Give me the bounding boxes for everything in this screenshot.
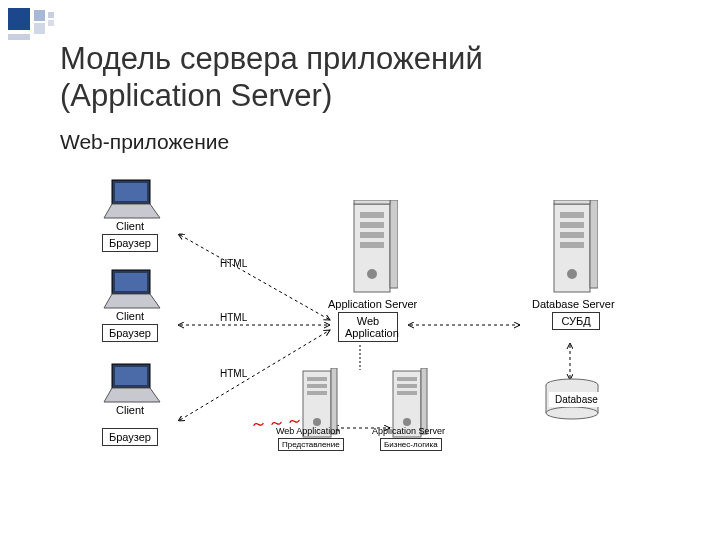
svg-rect-40: [307, 384, 327, 388]
svg-rect-41: [307, 391, 327, 395]
svg-point-36: [546, 407, 598, 419]
arrow-label-html: HTML: [220, 312, 247, 323]
svg-rect-20: [360, 222, 384, 228]
database-label: Database: [549, 392, 604, 407]
svg-rect-18: [354, 200, 390, 204]
arrow-label-html: HTML: [220, 258, 247, 269]
browser-label: Браузер: [102, 324, 158, 342]
app-server2-label: Application Server: [372, 426, 445, 436]
laptop-icon: [100, 362, 164, 404]
svg-rect-45: [397, 377, 417, 381]
svg-rect-46: [397, 384, 417, 388]
db-server-icon: [550, 200, 598, 296]
biz-logic-label: Бизнес-логика: [380, 438, 442, 451]
laptop-icon: [100, 268, 164, 310]
svg-rect-17: [390, 200, 398, 288]
corner-decoration: [8, 8, 30, 34]
svg-point-23: [367, 269, 377, 279]
svg-rect-28: [560, 222, 584, 228]
svg-rect-27: [560, 212, 584, 218]
svg-rect-8: [115, 183, 147, 201]
arrow-label-html: HTML: [220, 368, 247, 379]
svg-point-48: [403, 418, 411, 426]
svg-rect-22: [360, 242, 384, 248]
web-app-label: Web Application: [338, 312, 398, 342]
title-line2: (Application Server): [60, 78, 332, 113]
svg-marker-15: [104, 388, 160, 402]
svg-rect-44: [421, 368, 427, 434]
laptop-icon: [100, 178, 164, 220]
svg-rect-29: [560, 232, 584, 238]
svg-marker-9: [104, 204, 160, 218]
svg-line-0: [180, 235, 330, 320]
diagram-stage: Client Браузер Client Браузер Client Бра…: [60, 170, 680, 520]
subd-label: СУБД: [552, 312, 600, 330]
svg-marker-12: [104, 294, 160, 308]
client-label: Client: [116, 310, 144, 322]
app-server-label: Application Server: [328, 298, 417, 310]
svg-rect-26: [554, 200, 590, 204]
svg-point-42: [313, 418, 321, 426]
browser-label: Браузер: [102, 234, 158, 252]
svg-rect-39: [307, 377, 327, 381]
svg-rect-21: [360, 232, 384, 238]
svg-rect-30: [560, 242, 584, 248]
red-annotation: ～～～: [249, 408, 305, 436]
client-label: Client: [116, 404, 144, 416]
svg-rect-11: [115, 273, 147, 291]
svg-point-31: [567, 269, 577, 279]
browser-label: Браузер: [102, 428, 158, 446]
presentation-label: Представление: [278, 438, 344, 451]
slide-subtitle: Web-приложение: [60, 130, 229, 154]
svg-rect-38: [331, 368, 337, 434]
svg-rect-47: [397, 391, 417, 395]
server-icon: [350, 200, 398, 296]
title-line1: Модель сервера приложений: [60, 41, 483, 76]
svg-rect-14: [115, 367, 147, 385]
db-server-label: Database Server: [532, 298, 615, 310]
svg-rect-19: [360, 212, 384, 218]
slide-title: Модель сервера приложений (Application S…: [60, 40, 483, 114]
svg-rect-25: [590, 200, 598, 288]
client-label: Client: [116, 220, 144, 232]
